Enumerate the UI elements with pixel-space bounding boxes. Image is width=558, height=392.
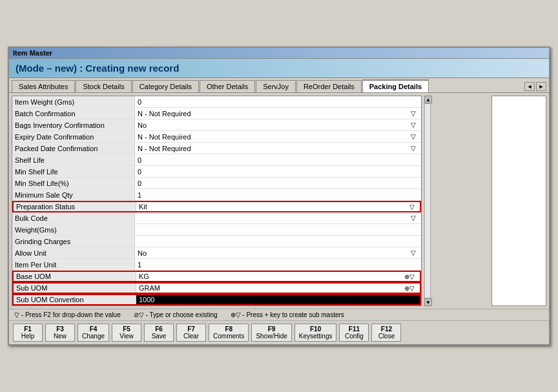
dropdown-arrow-bulk[interactable]: ▽: [411, 214, 418, 222]
dropdown-arrow-expiry[interactable]: ▽: [411, 133, 418, 140]
fn-f9[interactable]: F9 Show/Hide: [251, 324, 291, 342]
value-min-shelf-life[interactable]: [135, 166, 421, 177]
fn-f1[interactable]: F1 Help: [13, 324, 43, 342]
right-panel: ▲ ▼: [424, 96, 489, 306]
fn-f8[interactable]: F8 Comments: [209, 324, 249, 342]
value-preparation-status[interactable]: Kit ▽: [136, 202, 420, 211]
fn-f10-num: F10: [310, 325, 321, 333]
tab-reorder[interactable]: ReOrder Details: [296, 80, 362, 92]
fn-f12-label: Close: [378, 333, 395, 340]
label-item-weight: Item Weight (Gms): [12, 96, 135, 107]
field-base-uom: Base UOM KG ⊕▽: [12, 271, 421, 282]
legend-bar: ▽ - Press F2 for drop-down the value ⊘▽ …: [9, 309, 549, 321]
fn-f6-label: Save: [152, 333, 167, 340]
fn-f4-label: Change: [82, 333, 105, 340]
fn-f7[interactable]: F7 Clear: [176, 324, 206, 342]
value-item-per-unit[interactable]: [135, 259, 421, 270]
value-expiry-date[interactable]: N - Not Required ▽: [135, 131, 421, 142]
dropdown-arrow-preparation[interactable]: ▽: [409, 203, 417, 211]
value-batch-confirmation[interactable]: N - Not Required ▽: [135, 108, 421, 119]
label-item-per-unit: Item Per Unit: [12, 259, 135, 270]
value-bulk-code[interactable]: ▽: [135, 212, 421, 223]
label-min-shelf-life-pct: Min Shelf Life(%): [12, 178, 135, 189]
value-grinding-charges[interactable]: [135, 236, 421, 247]
label-allow-unit: Allow Unit: [12, 247, 135, 258]
field-batch-confirmation: Batch Confirmation N - Not Required ▽: [12, 108, 421, 119]
value-bags-inventory[interactable]: No ▽: [135, 119, 421, 130]
tab-packing[interactable]: Packing Details: [362, 79, 429, 92]
scroll-track[interactable]: [424, 103, 431, 298]
text-sub-uom: GRAM: [139, 284, 160, 292]
input-min-shelf-life-pct[interactable]: [138, 180, 418, 187]
value-base-uom[interactable]: KG ⊕▽: [136, 272, 420, 281]
dropdown-arrow-allow-unit[interactable]: ▽: [411, 249, 418, 256]
fn-f10[interactable]: F10 Keysettings: [294, 324, 337, 342]
mode-label: (Mode – new) : Creating new record: [16, 63, 179, 74]
value-min-sale-qty[interactable]: [135, 189, 421, 200]
input-sub-uom-convertion[interactable]: [139, 296, 417, 304]
form-panel: Item Weight (Gms) Batch Confirmation N -…: [12, 96, 422, 306]
tab-servjoy[interactable]: ServJoy: [256, 80, 296, 92]
input-weight-gms[interactable]: [138, 226, 418, 234]
dropdown-arrows-base-uom[interactable]: ⊕▽: [404, 273, 417, 280]
mode-bar: (Mode – new) : Creating new record: [9, 59, 549, 78]
value-sub-uom-convertion[interactable]: [136, 295, 420, 304]
main-window: Item Master (Mode – new) : Creating new …: [8, 46, 550, 346]
value-allow-unit[interactable]: No ▽: [135, 247, 421, 258]
scroll-down-btn[interactable]: ▼: [424, 298, 432, 306]
fn-f4[interactable]: F4 Change: [78, 324, 109, 342]
field-allow-unit: Allow Unit No ▽: [12, 247, 421, 259]
text-bags-inventory: No: [138, 121, 147, 129]
dropdown-arrows-sub-uom[interactable]: ⊕▽: [404, 285, 417, 292]
label-sub-uom: Sub UOM: [14, 284, 136, 293]
input-min-shelf-life[interactable]: [138, 168, 418, 176]
input-shelf-life[interactable]: [138, 156, 418, 164]
fn-f5-num: F5: [123, 325, 130, 333]
tab-nav: ◄ ►: [524, 82, 546, 92]
fn-f3[interactable]: F3 New: [45, 324, 75, 342]
label-min-shelf-life: Min Shelf Life: [12, 166, 135, 177]
fn-f6[interactable]: F6 Save: [144, 324, 174, 342]
tab-category[interactable]: Category Details: [132, 80, 199, 92]
fn-f3-label: New: [54, 333, 67, 340]
dropdown-arrow-bags[interactable]: ▽: [411, 121, 418, 129]
fn-f3-num: F3: [56, 325, 64, 333]
value-item-weight[interactable]: [135, 96, 421, 107]
input-min-sale-qty[interactable]: [138, 191, 418, 199]
value-weight-gms[interactable]: [135, 224, 421, 235]
input-item-weight[interactable]: [138, 98, 418, 106]
field-item-weight: Item Weight (Gms): [12, 96, 421, 108]
value-min-shelf-life-pct[interactable]: [135, 178, 421, 189]
input-item-per-unit[interactable]: [138, 261, 418, 269]
value-shelf-life[interactable]: [135, 154, 421, 165]
tabs-container: Sales Attributes Stock Details Category …: [9, 78, 549, 93]
input-bulk-code[interactable]: [138, 214, 411, 222]
field-packed-date: Packed Date Confirmation N - Not Require…: [12, 143, 421, 154]
fn-f5[interactable]: F5 View: [112, 324, 141, 342]
tab-other[interactable]: Other Details: [200, 80, 255, 92]
scroll-up-btn[interactable]: ▲: [424, 96, 432, 103]
field-bags-inventory: Bags Inventory Confirmation No ▽: [12, 119, 421, 131]
tab-sales[interactable]: Sales Attributes: [12, 80, 75, 92]
value-sub-uom[interactable]: GRAM ⊕▽: [136, 284, 420, 293]
fn-f7-label: Clear: [183, 333, 199, 340]
field-min-sale-qty: Minimum Sale Qty: [12, 189, 421, 201]
field-expiry-date: Expiry Date Confirmation N - Not Require…: [12, 131, 421, 143]
value-packed-date[interactable]: N - Not Required ▽: [135, 143, 421, 154]
fn-f4-num: F4: [90, 325, 98, 333]
dropdown-arrow-packed[interactable]: ▽: [411, 145, 418, 152]
field-shelf-life: Shelf Life: [12, 154, 421, 166]
legend-plus: ⊕▽ - Press + key to create sub masters: [231, 311, 344, 318]
tab-stock[interactable]: Stock Details: [76, 80, 131, 92]
label-weight-gms: Weight(Gms): [12, 224, 135, 235]
dropdown-arrow-batch[interactable]: ▽: [411, 110, 418, 117]
input-grinding-charges[interactable]: [138, 238, 418, 245]
label-min-sale-qty: Minimum Sale Qty: [12, 189, 135, 200]
fn-f12[interactable]: F12 Close: [371, 324, 401, 342]
function-bar: F1 Help F3 New F4 Change F5 View F6 Save…: [9, 321, 549, 344]
fn-f5-label: View: [119, 333, 134, 340]
tab-prev-btn[interactable]: ◄: [524, 82, 535, 91]
fn-f11[interactable]: F11 Config: [339, 324, 369, 342]
tab-next-btn[interactable]: ►: [536, 82, 546, 91]
field-grinding-charges: Grinding Charges: [12, 236, 421, 247]
